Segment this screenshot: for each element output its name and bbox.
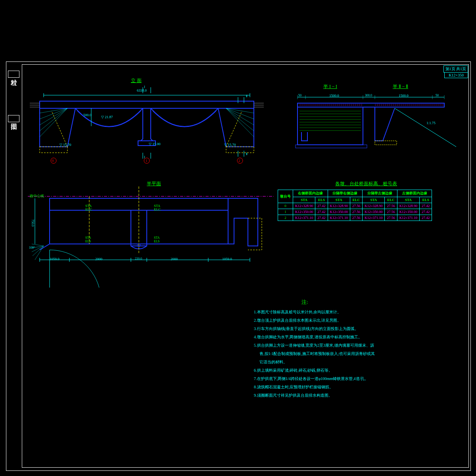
- svg-line-17: [40, 108, 67, 137]
- table-row: 1K12+350.0027.42K12+350.0027.56K12+350.0…: [278, 209, 432, 215]
- note-4: 4.墩台拱脚处为水平,两侧侧墙高度,请按原表中标高控制施工。: [254, 333, 460, 341]
- notes-header: 注:: [301, 298, 460, 307]
- h-c2: 分隔带右侧边缘: [328, 190, 363, 197]
- h-c1: 右侧桥面内边缘: [293, 190, 328, 197]
- notes-block: 注: 1.本图尺寸除标高及桩号以米计外,余均以厘米计。 2.墩台顶上护拱及台后排…: [254, 298, 460, 400]
- svg-line-14: [40, 108, 67, 119]
- el-top: ▽ 21.87: [101, 115, 113, 119]
- pd3: 220.0: [135, 257, 142, 261]
- centerline-label: 路中心线: [30, 194, 44, 199]
- h-elc2: ELC: [350, 197, 362, 203]
- h-els4: ELS: [420, 197, 432, 203]
- elc2: ELC: [154, 207, 161, 211]
- note-1: 1.本图尺寸除标高及桩号以米计外,余均以厘米计。: [254, 308, 460, 316]
- note-7: 7.在护拱底下,两侧1/4跨径处各设一道φ100mm铸铁泄水管,4道/孔。: [254, 375, 460, 382]
- el-base-l: ▽ 15.70: [60, 143, 71, 147]
- side-label-check: 校对: [8, 71, 19, 78]
- note-8: 8.浇筑帽石混凝土时,应预埋好护栏接锚钢筋。: [254, 383, 460, 391]
- note-6: 6.拱上填料采用矿渣,碎砖,碎石,砂砾,卵石等。: [254, 367, 460, 374]
- side-label-trace: 描图: [8, 115, 19, 122]
- page-number: 第1页 共1页: [443, 65, 468, 73]
- marker-i-t: I: [144, 85, 145, 89]
- sta3: STAELS: [85, 236, 91, 243]
- table-row: 0K12+328.9027.42K12+328.9027.56K12+328.9…: [278, 203, 432, 209]
- h-pier: 墩台号: [278, 190, 293, 203]
- elevation-drawing: [28, 83, 266, 171]
- dim-edge1: 50: [298, 94, 301, 97]
- el-base-r: ▽ 15.70: [224, 143, 236, 147]
- h-c3: 分隔带左侧边缘: [363, 190, 397, 197]
- el-mid: ▽ 15.00: [149, 142, 161, 146]
- dim-gap: 300.0: [365, 94, 372, 97]
- svg-line-53: [395, 108, 456, 147]
- pd5: 1059.0: [222, 257, 232, 261]
- svg-line-19: [226, 108, 254, 119]
- note-9: 9.须圈断面尺寸祥见护拱及台后排水构造图。: [254, 392, 460, 399]
- svg-line-18: [226, 108, 254, 113]
- dim-w2: 1500.0: [399, 94, 409, 98]
- note-5b: 青,按1:1配合制成预制板,施工时将预制板嵌入;也可采用沥青砂或其: [254, 350, 460, 357]
- note-3: 3.行车方向拱轴线(垂直于起拱线)方向的立面投影上为圆弧。: [254, 325, 460, 332]
- svg-line-22: [226, 108, 254, 137]
- svg-rect-50: [296, 145, 367, 148]
- marker-ii-t: Ⅱ: [246, 94, 248, 98]
- svg-line-59: [40, 244, 50, 250]
- h-c4: 左侧桥面内边缘: [397, 190, 432, 197]
- table-title: 各墩、台处桥面标高、桩号表: [335, 180, 397, 187]
- pd2: 2000: [95, 257, 102, 261]
- h-sta2: STA: [328, 197, 350, 203]
- slope: 1:1.75: [426, 121, 436, 125]
- cad-canvas: 校对 描图 第1页 共1页 K12+350 立 面 6338.0 500.0 ▽…: [0, 0, 476, 476]
- marker-i-b: I: [144, 155, 145, 159]
- h-els1: ELS: [315, 197, 328, 203]
- h-sta1: STA: [293, 197, 315, 203]
- pier-1: 1: [146, 159, 148, 163]
- marker-ii-b: Ⅱ: [246, 152, 248, 156]
- svg-line-13: [40, 108, 67, 113]
- dim-rise: 500.0: [83, 113, 91, 117]
- pier-2: 2: [238, 159, 240, 163]
- elc1: ELC: [85, 207, 92, 211]
- plan-drawing: [28, 186, 274, 290]
- svg-line-21: [226, 108, 254, 131]
- note-2: 2.墩台顶上护拱及台后排水本图未示出,详见另图。: [254, 317, 460, 324]
- sta4: STAELS: [154, 236, 159, 243]
- svg-line-16: [40, 108, 67, 131]
- elevation-table: 墩台号 右侧桥面内边缘 分隔带右侧边缘 分隔带左侧边缘 左侧桥面内边缘 STAE…: [278, 190, 432, 221]
- h-elc3: ELC: [385, 197, 397, 203]
- dim-span: 6338.0: [137, 88, 147, 92]
- pd1: 1059.0: [50, 257, 60, 261]
- h-sta4: STA: [397, 197, 419, 203]
- note-5: 5.拱台拱脚上方设一道伸缩缝,宽度为2至3厘米,缝内填塞可用煤末、沥: [254, 342, 460, 349]
- pier-0: 0: [52, 159, 54, 163]
- dim-t: 750.0: [31, 219, 35, 226]
- pd4: 2000: [171, 257, 178, 261]
- note-5c: 它适当的材料。: [254, 358, 460, 366]
- station-id: K12+350: [444, 72, 468, 78]
- h-sta3: STA: [363, 197, 385, 203]
- svg-rect-5: [40, 101, 254, 108]
- dim-109: 109°: [29, 246, 35, 250]
- dim-w1: 1500.0: [329, 94, 339, 98]
- table-row: 2K12+371.1027.42K12+371.1027.56K12+371.1…: [278, 215, 432, 221]
- dim-edge2: 50: [436, 94, 439, 97]
